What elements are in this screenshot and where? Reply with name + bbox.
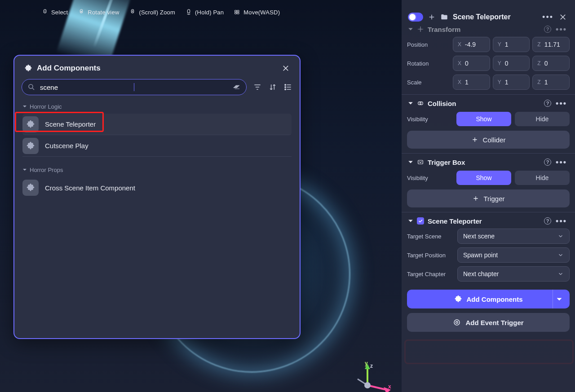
enabled-toggle[interactable] — [408, 13, 423, 22]
position-y-input[interactable]: Y1 — [493, 37, 530, 52]
puzzle-icon — [26, 183, 35, 192]
result-scene-teleporter[interactable]: Scene Teleporter — [22, 114, 292, 135]
trigger-hide-button[interactable]: Hide — [515, 171, 570, 185]
folder-icon — [440, 13, 448, 21]
filter-icon[interactable] — [253, 83, 262, 92]
button-label: Trigger — [484, 195, 505, 203]
search-icon — [27, 83, 35, 91]
target-scene-select[interactable]: Next scene — [457, 229, 570, 244]
more-icon[interactable]: ••• — [555, 99, 568, 107]
erase-icon[interactable] — [233, 83, 241, 91]
puzzle-icon — [454, 295, 462, 303]
position-label: Position — [407, 41, 450, 48]
add-components-dropdown[interactable] — [553, 290, 565, 308]
tool-zoom-label: (Scroll) Zoom — [139, 9, 175, 16]
chevron-down-icon — [408, 26, 413, 32]
target-chapter-select[interactable]: Next chapter — [457, 266, 570, 282]
button-label: Add Event Trigger — [465, 319, 523, 326]
category-horror-props[interactable]: Horror Props — [14, 164, 300, 177]
puzzle-icon — [24, 64, 32, 72]
orientation-gizmo[interactable]: y z x — [355, 364, 395, 392]
value: 1 — [505, 79, 509, 86]
object-name: Scene Teleporter — [453, 13, 537, 21]
viewport-toolbar: Select Rotate view (Scroll) Zoom (Hold) … — [41, 9, 280, 16]
help-icon[interactable]: ? — [544, 100, 551, 107]
trigger-show-button[interactable]: Show — [456, 171, 511, 185]
sort-icon[interactable] — [268, 83, 277, 92]
value: -4.9 — [465, 41, 476, 48]
value: 0 — [505, 60, 509, 67]
category-label: Horror Props — [30, 167, 63, 173]
collision-icon — [417, 100, 424, 107]
add-components-modal: Add Components scene Horror Logic Scene … — [13, 55, 301, 339]
rotation-z-input[interactable]: Z0 — [532, 56, 570, 71]
rotation-x-input[interactable]: X0 — [453, 56, 490, 71]
more-icon[interactable]: ••• — [555, 25, 568, 33]
result-cross-scene-item[interactable]: Cross Scene Item Component — [22, 177, 292, 198]
position-x-input[interactable]: X-4.9 — [453, 37, 490, 52]
help-icon[interactable]: ? — [544, 159, 551, 166]
svg-rect-8 — [235, 13, 237, 14]
help-icon[interactable]: ? — [544, 217, 551, 225]
chevron-down-icon — [557, 271, 564, 277]
rotation-y-input[interactable]: Y0 — [493, 56, 530, 71]
close-icon[interactable] — [559, 13, 567, 21]
select-value: Next chapter — [463, 270, 499, 277]
position-z-input[interactable]: Z11.71 — [532, 37, 570, 52]
search-input[interactable]: scene — [22, 79, 247, 95]
svg-point-16 — [420, 102, 423, 105]
trigger-icon — [417, 159, 424, 166]
help-icon[interactable]: ? — [544, 26, 551, 33]
scale-z-input[interactable]: Z1 — [532, 75, 570, 90]
select-value: Spawn point — [463, 251, 498, 259]
component-chip — [22, 138, 39, 154]
button-label: Add Components — [467, 295, 523, 303]
close-icon[interactable] — [282, 64, 290, 72]
collision-show-button[interactable]: Show — [456, 112, 511, 126]
add-collider-button[interactable]: Collider — [407, 131, 570, 149]
tool-move[interactable]: Move(WASD) — [234, 9, 280, 16]
svg-point-10 — [29, 84, 33, 88]
section-title: Collision — [428, 100, 456, 107]
tool-select[interactable]: Select — [41, 9, 68, 16]
chevron-down-icon — [557, 233, 564, 239]
svg-rect-5 — [187, 9, 190, 13]
section-trigger-box[interactable]: Trigger Box ? ••• — [408, 158, 568, 166]
text-caret — [134, 83, 134, 91]
svg-point-3 — [81, 11, 82, 12]
svg-rect-9 — [237, 13, 239, 14]
scale-y-input[interactable]: Y1 — [493, 75, 530, 90]
tool-zoom[interactable]: (Scroll) Zoom — [129, 9, 175, 16]
category-horror-logic[interactable]: Horror Logic — [14, 101, 300, 114]
more-icon[interactable]: ••• — [541, 13, 554, 21]
svg-rect-6 — [235, 10, 237, 12]
target-icon — [453, 318, 461, 326]
axis-z-label: z — [370, 363, 373, 369]
plus-icon — [471, 136, 478, 143]
component-enabled-checkbox[interactable] — [417, 217, 424, 225]
collision-hide-button[interactable]: Hide — [515, 112, 570, 126]
tool-rotate[interactable]: Rotate view — [78, 9, 119, 16]
scale-label: Scale — [407, 79, 450, 86]
add-event-trigger-button[interactable]: Add Event Trigger — [407, 313, 570, 332]
plus-icon[interactable] — [428, 13, 436, 21]
section-collision[interactable]: Collision ? ••• — [408, 99, 568, 107]
tool-pan[interactable]: (Hold) Pan — [185, 9, 224, 16]
target-position-select[interactable]: Spawn point — [457, 247, 570, 263]
list-icon[interactable] — [283, 83, 292, 92]
svg-point-25 — [364, 382, 371, 388]
section-transform[interactable]: Transform ? ••• — [408, 25, 568, 33]
chevron-down-icon — [408, 101, 413, 106]
target-scene-label: Target Scene — [407, 233, 451, 240]
result-label: Cross Scene Item Component — [45, 184, 135, 192]
add-trigger-button[interactable]: Trigger — [407, 189, 570, 207]
more-icon[interactable]: ••• — [555, 158, 568, 166]
more-icon[interactable]: ••• — [555, 217, 568, 225]
category-label: Horror Logic — [30, 103, 62, 110]
scale-x-input[interactable]: X1 — [453, 75, 490, 90]
result-cutscene-play[interactable]: Cutscene Play — [22, 135, 292, 157]
add-components-button[interactable]: Add Components — [407, 290, 570, 308]
modal-title: Add Components — [37, 64, 101, 73]
section-scene-teleporter[interactable]: Scene Teleporter ? ••• — [408, 217, 568, 225]
value: 0 — [544, 60, 548, 67]
